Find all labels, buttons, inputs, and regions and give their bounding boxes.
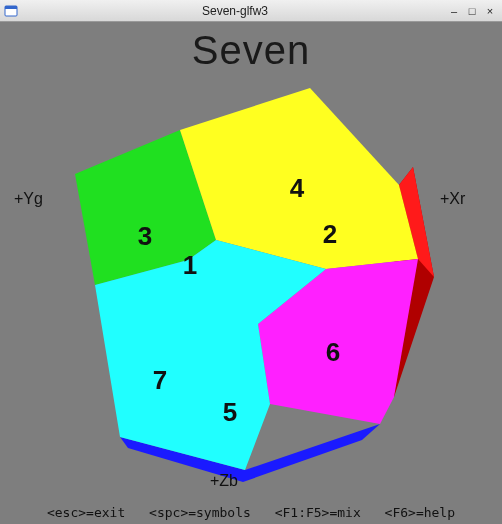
window-title: Seven-glfw3 — [24, 4, 446, 18]
svg-rect-1 — [5, 6, 17, 9]
hint-symbols: <spc>=symbols — [149, 505, 251, 520]
axis-label-zb: +Zb — [210, 472, 238, 490]
label-1: 1 — [183, 250, 197, 280]
maximize-button[interactable]: □ — [464, 4, 480, 18]
axis-label-yg: +Yg — [14, 190, 43, 208]
label-2: 2 — [323, 219, 337, 249]
window-titlebar: Seven-glfw3 – □ × — [0, 0, 502, 22]
keyboard-hints: <esc>=exit <spc>=symbols <F1:F5>=mix <F6… — [0, 505, 502, 520]
label-4: 4 — [290, 173, 305, 203]
hint-help: <F6>=help — [385, 505, 455, 520]
axis-label-xr: +Xr — [440, 190, 465, 208]
label-5: 5 — [223, 397, 237, 427]
close-button[interactable]: × — [482, 4, 498, 18]
label-3: 3 — [138, 221, 152, 251]
scene-3d: 1 2 3 4 5 6 7 — [0, 22, 502, 524]
hint-mix: <F1:F5>=mix — [275, 505, 361, 520]
app-icon — [4, 4, 18, 18]
label-7: 7 — [153, 365, 167, 395]
hint-exit: <esc>=exit — [47, 505, 125, 520]
gl-viewport[interactable]: Seven 1 2 3 4 5 6 7 +Yg +Xr +Zb <esc>=ex… — [0, 22, 502, 524]
minimize-button[interactable]: – — [446, 4, 462, 18]
window-controls: – □ × — [446, 4, 498, 18]
label-6: 6 — [326, 337, 340, 367]
